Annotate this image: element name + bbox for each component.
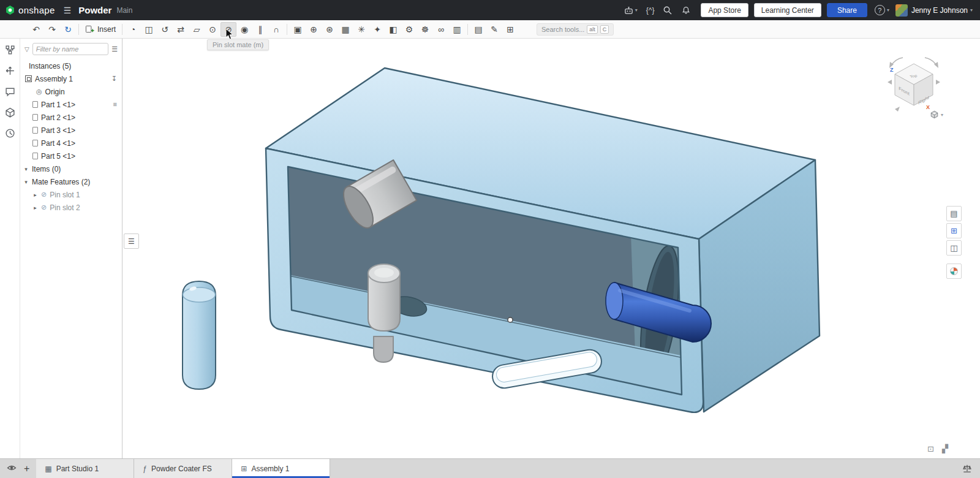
user-name[interactable]: Jenny E Johnson — [911, 6, 968, 15]
ball-mate-icon[interactable]: ◉ — [236, 22, 252, 37]
bom-icon[interactable]: ⊞ — [502, 22, 518, 37]
comments-icon[interactable] — [5, 86, 15, 99]
appearance-panel-icon[interactable] — [946, 264, 962, 279]
group-icon[interactable]: ▣ — [290, 22, 306, 37]
display-states-icon[interactable]: ◧ — [385, 22, 401, 37]
fastened-mate-icon[interactable]: ◫ — [141, 22, 157, 37]
tree-item-mate[interactable]: ▸ ⊘ Pin slot 2 — [20, 201, 122, 214]
redo-icon[interactable]: ↷ — [44, 22, 60, 37]
search-icon[interactable] — [663, 6, 673, 15]
tab-featurescript[interactable]: ƒ Powder Coater FS — [134, 459, 232, 478]
assembly-3d-scene[interactable]: Top Front Right Z X — [123, 39, 980, 458]
gear-relation-icon[interactable]: ⚙ — [401, 22, 417, 37]
mate-label: Pin slot 1 — [50, 191, 80, 199]
snapshot-icon[interactable]: ◔ — [125, 22, 141, 37]
mate-connector-icon[interactable]: ⊕ — [306, 22, 322, 37]
tree-item-part[interactable]: Part 2 <1> — [20, 111, 122, 124]
screw-relation-icon[interactable]: ∞ — [433, 22, 449, 37]
parts-panel-icon[interactable]: ⊞ — [946, 223, 962, 238]
tree-item-assembly[interactable]: Assembly 1 ↧ — [20, 72, 122, 85]
notifications-bell-icon[interactable] — [681, 6, 691, 15]
drawing-icon[interactable]: ▤ — [470, 22, 486, 37]
replicate-icon[interactable]: ⊛ — [322, 22, 337, 37]
items-section-header[interactable]: ▾ Items (0) — [20, 162, 122, 175]
tab-part-studio[interactable]: ▦ Part Studio 1 — [36, 459, 134, 478]
list-view-icon[interactable]: ☰ — [111, 45, 118, 53]
document-title[interactable]: Powder — [78, 5, 111, 15]
rotate-down-arrow-icon[interactable] — [895, 107, 900, 112]
explode-icon[interactable]: ✦ — [369, 22, 385, 37]
sync-instance-icon[interactable]: ↧ — [111, 75, 117, 82]
cursor-pointer — [225, 28, 234, 40]
filter-input[interactable] — [32, 43, 108, 55]
part-label: Part 3 <1> — [41, 126, 75, 135]
linear-pattern-icon[interactable]: ▦ — [337, 22, 353, 37]
learning-center-button[interactable]: Learning Center — [754, 3, 821, 17]
pin-slot-feature-icon: ⊘ — [41, 203, 47, 211]
part-icon — [32, 153, 38, 159]
sync-icon[interactable]: ↻ — [60, 22, 76, 37]
filter-funnel-icon: ▽ — [24, 46, 29, 53]
parallel-mate-icon[interactable]: ∥ — [252, 22, 268, 37]
versions-panel-icon[interactable]: ◫ — [946, 240, 962, 256]
slider-mate-icon[interactable]: ⇄ — [173, 22, 189, 37]
view-orientation-button[interactable]: ▾ — [930, 110, 943, 119]
notes-panel-icon[interactable]: ▤ — [946, 206, 962, 221]
workspace-name[interactable]: Main — [116, 6, 132, 15]
onshape-logo[interactable]: onshape — [5, 5, 55, 15]
undo-icon[interactable]: ↶ — [28, 22, 44, 37]
user-avatar[interactable] — [895, 4, 908, 17]
part-label: Part 2 <1> — [41, 113, 75, 122]
mate-features-section-header[interactable]: ▾ Mate Features (2) — [20, 175, 122, 188]
main-menu-icon[interactable]: ☰ — [64, 6, 72, 15]
spatial-help-icon[interactable] — [5, 107, 15, 120]
tab-assembly[interactable]: ⊞ Assembly 1 — [232, 459, 330, 478]
view-mode-icon[interactable]: ▞ — [942, 444, 948, 453]
add-tab-button[interactable]: + — [24, 463, 29, 474]
section-view-icon[interactable]: ⊡ — [927, 444, 934, 453]
caret-down-icon: ▾ — [941, 112, 943, 118]
annotate-icon[interactable]: ✎ — [486, 22, 502, 37]
tab-manager-eye-icon[interactable] — [7, 464, 17, 474]
help-icon[interactable]: ? — [875, 5, 885, 15]
history-icon[interactable] — [5, 128, 15, 141]
insert-icon — [85, 25, 94, 34]
tree-item-part[interactable]: Part 1 <1> ≡ — [20, 98, 122, 111]
analysis-icon[interactable]: ▥ — [449, 22, 465, 37]
insert-button[interactable]: Insert — [81, 22, 119, 37]
rotate-left-arrow-icon[interactable] — [888, 80, 892, 85]
dev-api-icon[interactable]: {^} — [646, 6, 655, 15]
origin-point[interactable] — [508, 317, 513, 322]
user-menu-caret-icon[interactable]: ▾ — [970, 7, 973, 13]
search-tools-box[interactable]: Search tools... alt C — [537, 23, 614, 36]
feedback-robot-icon[interactable]: ▾ — [624, 6, 638, 15]
tree-item-part[interactable]: Part 5 <1> — [20, 150, 122, 162]
instances-header[interactable]: Instances (5) — [20, 59, 122, 72]
tab-tools: + — [0, 459, 36, 478]
pin-slot-feature-icon: ⊘ — [41, 191, 47, 199]
units-settings-icon[interactable] — [962, 459, 980, 478]
viewport-corner-tools: ⊡ ▞ — [927, 444, 948, 453]
tree-item-mate[interactable]: ▸ ⊘ Pin slot 1 — [20, 188, 122, 201]
tangent-mate-icon[interactable]: ∩ — [268, 22, 284, 37]
app-store-button[interactable]: App Store — [701, 3, 748, 17]
help-caret-icon[interactable]: ▾ — [887, 7, 889, 13]
model-viewport[interactable]: Top Front Right Z X ▾ ☰ — [123, 39, 980, 458]
feature-list-toggle-button[interactable]: ☰ — [124, 233, 139, 249]
tree-item-origin[interactable]: ◎ Origin — [20, 85, 122, 98]
view-cube[interactable]: Top Front Right Z X — [888, 58, 940, 112]
follow-mode-icon[interactable] — [5, 66, 15, 78]
planar-mate-icon[interactable]: ▱ — [189, 22, 205, 37]
rotate-right-arrow-icon[interactable] — [936, 80, 940, 85]
tree-item-part[interactable]: Part 4 <1> — [20, 137, 122, 150]
rack-relation-icon[interactable]: ☸ — [417, 22, 433, 37]
cylindrical-mate-icon[interactable]: ⊙ — [205, 22, 221, 37]
share-button[interactable]: Share — [827, 3, 867, 17]
circular-pattern-icon[interactable]: ✳ — [353, 22, 369, 37]
row-menu-icon[interactable]: ≡ — [113, 101, 117, 108]
pin-part-free[interactable] — [183, 281, 216, 389]
tree-item-part[interactable]: Part 3 <1> — [20, 124, 122, 137]
chevron-down-icon: ▾ — [23, 166, 29, 172]
assembly-structure-icon[interactable] — [5, 45, 15, 58]
revolute-mate-icon[interactable]: ↺ — [157, 22, 173, 37]
